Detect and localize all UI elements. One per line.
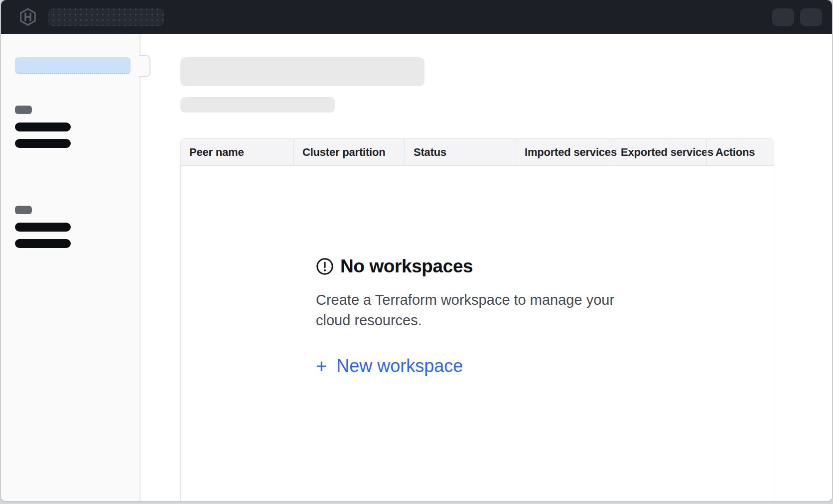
column-header-status: Status bbox=[405, 139, 516, 165]
main-content: Peer name Cluster partition Status Impor… bbox=[140, 34, 832, 501]
empty-state: No workspaces Create a Terraform workspa… bbox=[316, 256, 655, 376]
sidebar-nav-item-skeleton bbox=[15, 223, 71, 232]
sidebar-section-label-skeleton bbox=[15, 206, 32, 214]
column-header-actions: Actions bbox=[706, 139, 774, 165]
app-body: Peer name Cluster partition Status Impor… bbox=[1, 34, 832, 501]
new-workspace-button[interactable]: + New workspace bbox=[316, 356, 463, 376]
column-header-cluster-partition: Cluster partition bbox=[293, 139, 405, 165]
column-header-imported-services: Imported services bbox=[516, 139, 612, 165]
sidebar-collapse-handle[interactable] bbox=[139, 55, 150, 77]
new-workspace-label: New workspace bbox=[336, 356, 463, 376]
sidebar-nav-group bbox=[1, 106, 139, 148]
sidebar-nav-item-skeleton bbox=[15, 139, 71, 148]
empty-state-description: Create a Terraform workspace to manage y… bbox=[316, 290, 635, 331]
top-navigation-bar bbox=[1, 0, 832, 34]
page-title-skeleton bbox=[180, 57, 424, 86]
empty-state-title: No workspaces bbox=[340, 256, 473, 277]
sidebar bbox=[1, 34, 140, 501]
plus-icon: + bbox=[316, 357, 327, 375]
topbar-breadcrumb-skeleton bbox=[48, 8, 164, 26]
alert-circle-icon bbox=[316, 257, 334, 275]
peers-table: Peer name Cluster partition Status Impor… bbox=[180, 138, 774, 501]
sidebar-nav-item-skeleton bbox=[15, 239, 71, 248]
sidebar-nav-item-skeleton bbox=[15, 123, 71, 131]
topbar-button-help[interactable] bbox=[772, 8, 794, 26]
column-header-peer-name: Peer name bbox=[181, 139, 293, 165]
table-header-row: Peer name Cluster partition Status Impor… bbox=[181, 139, 774, 166]
table-body: No workspaces Create a Terraform workspa… bbox=[181, 256, 774, 501]
topbar-button-account[interactable] bbox=[800, 8, 822, 26]
app-window: Peer name Cluster partition Status Impor… bbox=[1, 0, 832, 501]
sidebar-nav-group bbox=[1, 206, 139, 248]
sidebar-active-item-skeleton bbox=[15, 57, 131, 74]
page-subtitle-skeleton bbox=[180, 97, 335, 113]
empty-state-header: No workspaces bbox=[316, 256, 655, 277]
hashicorp-logo-icon bbox=[18, 7, 37, 26]
sidebar-section-label-skeleton bbox=[15, 106, 32, 114]
column-header-exported-services: Exported services bbox=[612, 139, 706, 165]
